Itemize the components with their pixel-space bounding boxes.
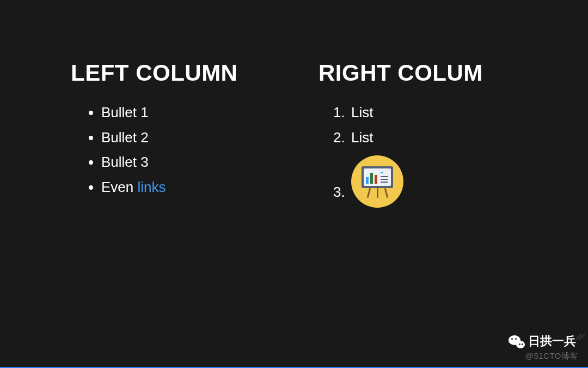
list-item: Bullet 2: [101, 125, 286, 150]
list-item: Even links: [101, 175, 286, 200]
list-item-image: [349, 155, 534, 208]
slide: LEFT COLUMN Bullet 1 Bullet 2 Bullet 3 E…: [0, 0, 588, 215]
right-heading: RIGHT COLUM: [318, 60, 534, 86]
watermark-brand: 日拱一兵: [509, 333, 576, 349]
left-bullet-list: Bullet 1 Bullet 2 Bullet 3 Even links: [71, 100, 286, 200]
list-item: List: [349, 100, 534, 125]
links-anchor[interactable]: links: [138, 179, 166, 195]
list-item: List: [349, 125, 534, 150]
list-item-text: Even: [101, 179, 138, 195]
watermark-brand-text: 日拱一兵: [528, 333, 576, 349]
list-item: Bullet 3: [101, 150, 286, 175]
right-ordered-list: List List: [318, 100, 534, 208]
left-column: LEFT COLUMN Bullet 1 Bullet 2 Bullet 3 E…: [71, 60, 286, 215]
left-heading: LEFT COLUMN: [71, 60, 286, 86]
right-column: RIGHT COLUM List List: [318, 60, 534, 215]
presentation-chart-icon: [351, 155, 403, 208]
wechat-icon: [509, 334, 525, 348]
watermark-sub: @51CTO博客: [525, 351, 578, 361]
list-item: Bullet 1: [101, 100, 286, 125]
